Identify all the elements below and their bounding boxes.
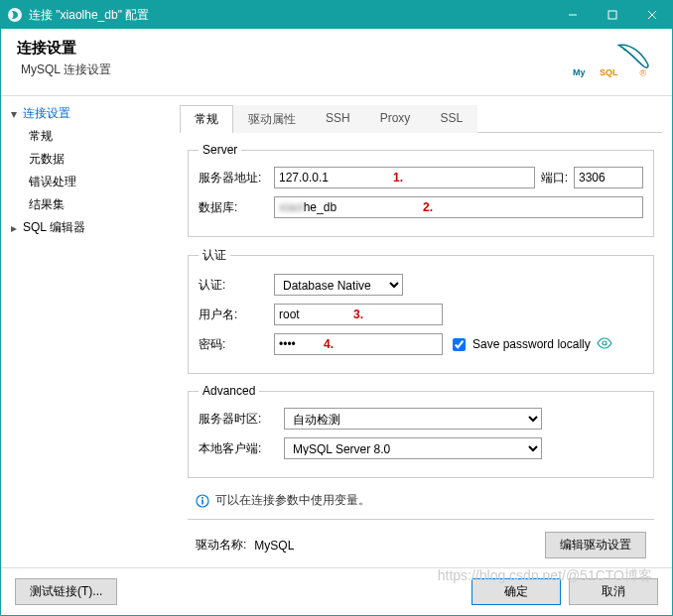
maximize-button[interactable]: [593, 1, 632, 29]
sidebar-item-metadata[interactable]: 元数据: [1, 148, 180, 171]
page-title: 连接设置: [17, 39, 567, 58]
port-label: 端口:: [541, 170, 568, 186]
port-input[interactable]: [574, 167, 643, 188]
info-text: 可以在连接参数中使用变量。: [215, 492, 370, 509]
auth-group: 认证 认证: Database Native 用户名: 3. 密码:: [188, 247, 654, 374]
sidebar-item-connection[interactable]: ▾连接设置: [1, 102, 180, 125]
close-button[interactable]: [632, 1, 672, 29]
titlebar: 连接 "xiaolhe_db" 配置: [1, 1, 672, 29]
mysql-logo: My SQL ®: [567, 39, 656, 87]
sidebar: ▾连接设置 常规 元数据 错误处理 结果集 ▸SQL 编辑器: [1, 96, 180, 567]
edit-driver-button[interactable]: 编辑驱动设置: [545, 532, 646, 558]
sidebar-item-resultset[interactable]: 结果集: [1, 193, 180, 216]
svg-point-9: [603, 341, 606, 345]
app-icon: [7, 7, 23, 23]
svg-text:®: ®: [640, 68, 647, 78]
svg-text:SQL: SQL: [600, 67, 618, 77]
host-label: 服务器地址:: [199, 170, 268, 186]
svg-rect-11: [202, 499, 203, 504]
password-input[interactable]: [274, 333, 443, 355]
eye-icon[interactable]: [597, 337, 612, 352]
timezone-select[interactable]: 自动检测: [284, 408, 542, 430]
tab-general[interactable]: 常规: [180, 105, 233, 133]
cancel-button[interactable]: 取消: [569, 578, 658, 605]
tab-driver-props[interactable]: 驱动属性: [233, 105, 311, 133]
username-input[interactable]: [274, 304, 443, 325]
host-input[interactable]: [274, 167, 535, 188]
sidebar-item-sqleditor[interactable]: ▸SQL 编辑器: [1, 216, 180, 239]
password-label: 密码:: [199, 336, 268, 353]
minimize-button[interactable]: [553, 1, 593, 29]
server-group: Server 服务器地址: 1. 端口: 数据库:: [188, 143, 654, 237]
window-title: 连接 "xiaolhe_db" 配置: [29, 7, 553, 24]
info-icon: [196, 494, 209, 508]
sidebar-item-label: 连接设置: [23, 105, 70, 122]
svg-rect-2: [608, 11, 616, 19]
tab-proxy[interactable]: Proxy: [365, 105, 426, 133]
sidebar-item-label: 结果集: [29, 196, 65, 213]
advanced-legend: Advanced: [199, 384, 259, 398]
save-password-checkbox[interactable]: Save password locally: [449, 335, 591, 354]
svg-rect-12: [202, 497, 203, 499]
sidebar-item-label: 错误处理: [29, 174, 76, 190]
tabs: 常规 驱动属性 SSH Proxy SSL: [180, 104, 662, 133]
tab-ssh[interactable]: SSH: [311, 105, 365, 133]
sidebar-item-label: 常规: [29, 128, 53, 145]
test-connection-button[interactable]: 测试链接(T)...: [15, 578, 117, 605]
sidebar-item-general[interactable]: 常规: [1, 125, 180, 148]
sidebar-item-label: 元数据: [29, 151, 65, 168]
header: 连接设置 MySQL 连接设置 My SQL ®: [1, 29, 672, 91]
sidebar-item-label: SQL 编辑器: [23, 219, 85, 236]
page-subtitle: MySQL 连接设置: [21, 62, 567, 78]
chevron-right-icon: ▸: [9, 221, 19, 235]
save-password-input[interactable]: [453, 338, 466, 351]
database-input[interactable]: xiaolhe_db: [274, 196, 643, 218]
auth-method-label: 认证:: [199, 277, 268, 294]
sidebar-item-errors[interactable]: 错误处理: [1, 171, 180, 193]
driver-label: 驱动名称:: [196, 537, 246, 554]
local-client-label: 本地客户端:: [199, 440, 278, 457]
auth-legend: 认证: [199, 247, 230, 264]
server-legend: Server: [199, 143, 241, 157]
username-label: 用户名:: [199, 307, 268, 323]
local-client-select[interactable]: MySQL Server 8.0: [284, 437, 542, 459]
ok-button[interactable]: 确定: [471, 578, 561, 605]
advanced-group: Advanced 服务器时区: 自动检测 本地客户端: MySQL Server…: [188, 384, 654, 478]
chevron-down-icon: ▾: [9, 107, 19, 121]
svg-point-5: [623, 49, 625, 51]
svg-text:My: My: [573, 67, 586, 77]
footer: 测试链接(T)... 确定 取消 https://blog.csdn.net/@…: [1, 567, 672, 615]
driver-name: MySQL: [254, 539, 294, 553]
timezone-label: 服务器时区:: [199, 411, 278, 428]
tab-ssl[interactable]: SSL: [425, 105, 477, 133]
info-row: 可以在连接参数中使用变量。: [188, 488, 654, 513]
auth-method-select[interactable]: Database Native: [274, 274, 403, 296]
database-label: 数据库:: [199, 199, 268, 216]
